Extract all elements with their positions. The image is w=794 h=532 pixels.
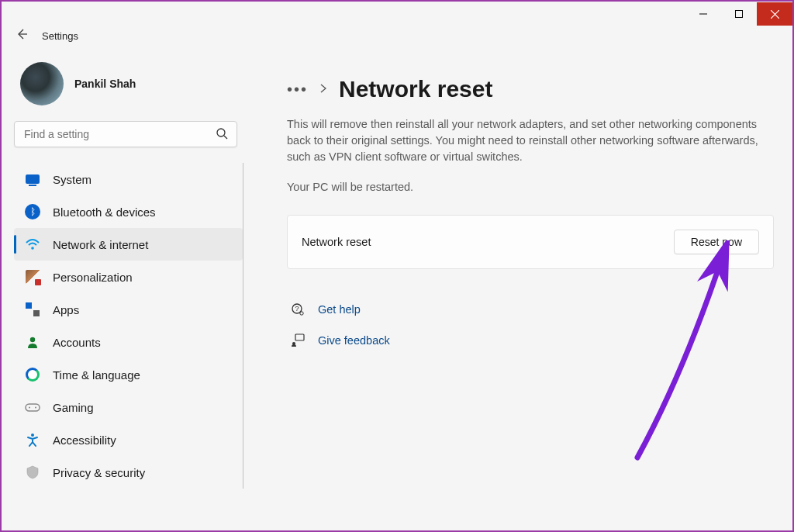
sidebar-item-gaming[interactable]: Gaming [14, 391, 243, 423]
content-pane: ••• Network reset This will remove then … [243, 50, 792, 523]
sidebar-item-label: Accessibility [53, 434, 116, 447]
svg-point-10 [29, 407, 30, 409]
sidebar-item-label: Gaming [53, 401, 94, 414]
profile-name: Pankil Shah [74, 78, 136, 90]
sidebar-item-label: Time & language [53, 368, 140, 382]
sidebar-item-personalization[interactable]: Personalization [14, 261, 243, 293]
page-title: Network reset [339, 76, 492, 102]
window-maximize-button[interactable] [721, 2, 757, 26]
sidebar-item-bluetooth[interactable]: ᛒ Bluetooth & devices [14, 195, 243, 228]
back-arrow-icon[interactable] [16, 28, 28, 43]
svg-rect-16 [295, 334, 304, 340]
apps-icon [25, 302, 40, 317]
nav-list: System ᛒ Bluetooth & devices Network & i… [14, 163, 243, 489]
sidebar-item-network[interactable]: Network & internet [14, 228, 243, 261]
svg-point-12 [31, 434, 34, 437]
clock-globe-icon [25, 367, 40, 382]
svg-point-15 [300, 312, 303, 315]
give-feedback-link[interactable]: Give feedback [287, 326, 774, 358]
window-titlebar [2, 2, 792, 26]
avatar [20, 62, 64, 105]
sidebar-item-label: Bluetooth & devices [53, 206, 156, 219]
sidebar-item-label: Privacy & security [53, 466, 145, 479]
feedback-icon [290, 333, 306, 348]
help-link-text: Get help [318, 303, 361, 316]
feedback-link-text: Give feedback [318, 334, 390, 347]
reset-now-button[interactable]: Reset now [674, 230, 759, 254]
svg-rect-1 [736, 11, 743, 18]
profile-block[interactable]: Pankil Shah [14, 59, 243, 121]
sidebar-item-label: System [53, 173, 91, 186]
wifi-icon [25, 237, 40, 252]
sidebar-item-accessibility[interactable]: Accessibility [14, 423, 243, 456]
svg-point-7 [31, 247, 34, 250]
accessibility-icon [25, 432, 40, 447]
window-close-button[interactable] [757, 2, 792, 26]
svg-point-11 [35, 407, 36, 409]
svg-point-8 [30, 337, 35, 342]
svg-line-6 [224, 136, 227, 139]
sidebar-item-time-language[interactable]: Time & language [14, 358, 243, 391]
page-description: This will remove then reinstall all your… [287, 116, 768, 165]
monitor-icon [25, 171, 40, 187]
breadcrumb-more-icon[interactable]: ••• [287, 81, 308, 98]
help-icon: ? [290, 302, 306, 317]
breadcrumb: ••• Network reset [287, 76, 774, 102]
sidebar-item-label: Accounts [53, 336, 101, 349]
search-input[interactable] [14, 121, 237, 147]
svg-rect-9 [26, 404, 40, 411]
card-label: Network reset [302, 236, 371, 248]
get-help-link[interactable]: ? Get help [287, 295, 774, 326]
app-title: Settings [42, 30, 78, 42]
sidebar-item-label: Apps [53, 303, 79, 316]
sidebar: Pankil Shah System ᛒ Bluetooth & devices… [2, 50, 243, 523]
sidebar-item-accounts[interactable]: Accounts [14, 326, 243, 358]
network-reset-card: Network reset Reset now [287, 215, 774, 269]
shield-icon [25, 465, 40, 480]
sidebar-item-label: Network & internet [53, 238, 148, 251]
sidebar-item-label: Personalization [53, 271, 133, 284]
user-icon [25, 334, 40, 350]
restart-note: Your PC will be restarted. [287, 181, 774, 193]
brush-icon [25, 269, 40, 285]
search-icon [216, 127, 228, 143]
sidebar-item-apps[interactable]: Apps [14, 293, 243, 326]
window-minimize-button[interactable] [685, 2, 721, 26]
chevron-right-icon [320, 84, 326, 95]
svg-text:?: ? [295, 305, 299, 313]
sidebar-item-privacy[interactable]: Privacy & security [14, 456, 243, 489]
gamepad-icon [25, 399, 40, 415]
svg-point-5 [217, 129, 225, 136]
sidebar-item-system[interactable]: System [14, 163, 243, 195]
app-header: Settings [2, 26, 792, 50]
bluetooth-icon: ᛒ [25, 204, 40, 219]
